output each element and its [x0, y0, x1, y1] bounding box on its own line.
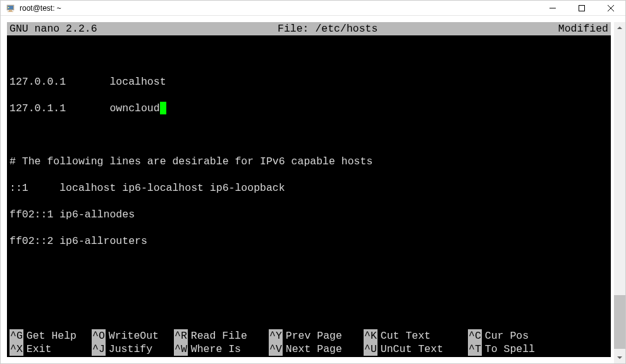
svg-rect-6 — [579, 5, 585, 11]
putty-icon — [6, 3, 16, 13]
file-line: 127.0.0.1 localhost — [9, 75, 608, 88]
nano-shortcuts: ^GGet Help ^OWriteOut ^RRead File ^YPrev… — [7, 329, 611, 357]
titlebar[interactable]: root@test: ~ — [1, 1, 625, 16]
terminal[interactable]: GNU nano 2.2.6 File: /etc/hosts Modified… — [7, 22, 611, 357]
file-line: ::1 localhost ip6-localhost ip6-loopback — [9, 181, 608, 195]
svg-marker-10 — [617, 356, 622, 359]
shortcut-get-help: ^GGet Help — [9, 329, 92, 343]
window-controls — [538, 1, 625, 15]
client-area: GNU nano 2.2.6 File: /etc/hosts Modified… — [1, 16, 625, 363]
shortcut-prev-page: ^YPrev Page — [269, 329, 364, 343]
close-button[interactable] — [596, 1, 625, 15]
shortcut-to-spell: ^TTo Spell — [468, 343, 556, 356]
file-line: ff02::2 ip6-allrouters — [9, 234, 608, 248]
scroll-down-button[interactable] — [614, 352, 625, 363]
file-line: ff02::1 ip6-allnodes — [9, 208, 608, 221]
svg-rect-3 — [9, 10, 12, 11]
window-title: root@test: ~ — [20, 4, 538, 13]
nano-status: Modified — [558, 22, 608, 35]
nano-body[interactable]: 127.0.0.1 localhost 127.0.1.1 owncloud #… — [7, 35, 611, 274]
shortcut-cut-text: ^KCut Text — [364, 329, 468, 343]
maximize-button[interactable] — [567, 1, 596, 15]
scroll-thumb[interactable] — [614, 295, 625, 349]
svg-marker-9 — [617, 27, 622, 29]
cursor — [160, 102, 166, 114]
scrollbar[interactable] — [614, 22, 625, 363]
minimize-button[interactable] — [538, 1, 567, 15]
shortcut-uncut-text: ^UUnCut Text — [364, 343, 468, 356]
putty-window: root@test: ~ GNU nano 2.2.6 File: /etc/h… — [0, 0, 626, 364]
file-line: # The following lines are desirable for … — [9, 155, 608, 168]
file-line: 127.0.1.1 owncloud — [9, 102, 608, 115]
shortcut-exit: ^XExit — [9, 343, 92, 356]
shortcut-next-page: ^VNext Page — [269, 343, 364, 356]
shortcut-where-is: ^WWhere Is — [174, 343, 269, 356]
svg-rect-4 — [8, 11, 13, 12]
shortcut-read-file: ^RRead File — [174, 329, 269, 343]
scroll-up-button[interactable] — [614, 22, 625, 33]
shortcut-cur-pos: ^CCur Pos — [468, 329, 556, 343]
nano-app-name: GNU nano 2.2.6 — [9, 22, 97, 35]
nano-file-name: File: /etc/hosts — [97, 22, 558, 35]
nano-header: GNU nano 2.2.6 File: /etc/hosts Modified — [7, 22, 611, 35]
shortcut-writeout: ^OWriteOut — [92, 329, 174, 343]
shortcut-justify: ^JJustify — [92, 343, 174, 356]
